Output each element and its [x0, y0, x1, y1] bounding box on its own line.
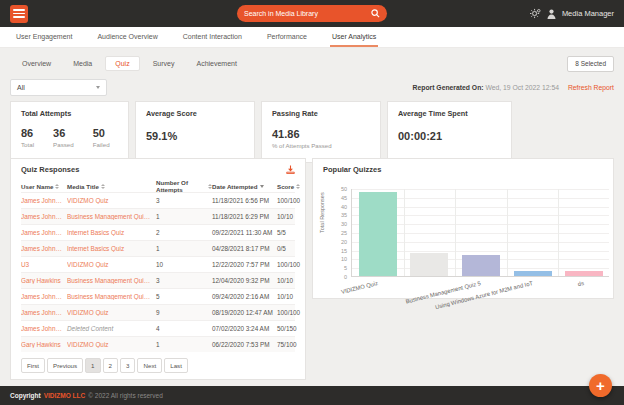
page-button-2[interactable]: 2	[103, 358, 118, 373]
hamburger-menu-button[interactable]	[10, 5, 28, 23]
media-title-link[interactable]: Business Management Quiz 5	[67, 293, 156, 300]
footer: Copyright VIDIZMO LLC © 2022 All rights …	[0, 386, 624, 405]
popular-quizzes-panel: Popular Quizzes Total Responses 05101520…	[312, 158, 614, 299]
y-tick-label: 40	[323, 204, 347, 210]
page-button-last[interactable]: Last	[164, 358, 188, 373]
user-name-link[interactable]: James Johnson	[21, 325, 67, 332]
bar-using-windows-azure-for-m2m-and-iot[interactable]	[514, 271, 552, 276]
user-name-link[interactable]: James Johnson	[21, 293, 67, 300]
total-attempts-card: Total Attempts 86Total36Passed50Failed	[10, 101, 129, 163]
sort-icon[interactable]	[101, 184, 105, 189]
download-icon[interactable]	[286, 165, 295, 174]
gridline	[455, 189, 456, 276]
bar-unlabeled[interactable]	[410, 253, 448, 276]
settings-icon[interactable]	[530, 8, 541, 19]
nav-tab-user-engagement[interactable]: User Engagement	[14, 27, 74, 47]
table-row: Gary HawkinsVIDIZMO Quiz106/22/2020 7:53…	[21, 336, 295, 352]
table-body: James JohnsonVIDIZMO Quiz311/18/2021 6:5…	[21, 192, 295, 352]
media-title-link[interactable]: Internet Basics Quiz	[67, 229, 156, 236]
score-cell: 10/10	[277, 293, 295, 300]
user-name-link[interactable]: Gary Hawkins	[21, 277, 67, 284]
average-score-card: Average Score 59.1%	[135, 101, 255, 163]
total-attempts-title: Total Attempts	[21, 109, 118, 118]
stat-failed: 50Failed	[93, 127, 110, 148]
user-name-link[interactable]: U3	[21, 261, 67, 268]
filter-dropdown[interactable]: All	[10, 79, 107, 96]
filter-row: All Report Generated On: Wed, 19 Oct 202…	[0, 79, 624, 96]
gridline	[404, 189, 405, 276]
attempts-cell: 3	[156, 277, 212, 284]
refresh-report-link[interactable]: Refresh Report	[568, 84, 614, 91]
search-icon[interactable]	[371, 9, 380, 18]
sort-icon[interactable]	[296, 184, 300, 189]
main-nav-tabs: User EngagementAudience OverviewContent …	[0, 27, 624, 48]
stat-label: Failed	[93, 141, 110, 148]
media-title-link[interactable]: VIDIZMO Quiz	[67, 197, 156, 204]
y-tick-label: 45	[323, 195, 347, 201]
score-cell: 100/100	[277, 197, 300, 204]
y-tick-label: 20	[323, 239, 347, 245]
footer-brand-link[interactable]: VIDIZMO LLC	[44, 392, 86, 399]
table-row: James JohnsonInternet Basics Quiz209/22/…	[21, 224, 295, 240]
media-title-link[interactable]: VIDIZMO Quiz	[67, 261, 156, 268]
total-attempts-stats: 86Total36Passed50Failed	[21, 127, 118, 148]
user-name-link[interactable]: James Johnson	[21, 229, 67, 236]
media-title-link[interactable]: VIDIZMO Quiz	[67, 341, 156, 348]
search-input[interactable]: Search in Media Library	[237, 5, 387, 22]
sub-tab-media[interactable]: Media	[73, 57, 92, 70]
chart-wrap: Total Responses 05101520253035404550VIDI…	[323, 177, 603, 287]
sort-desc-icon[interactable]	[260, 185, 264, 188]
date-attempted-cell: 12/04/2020 9:32 PM	[212, 277, 277, 284]
nav-tab-content-interaction[interactable]: Content Interaction	[181, 27, 244, 47]
page-button-3[interactable]: 3	[120, 358, 135, 373]
column-header-user-name[interactable]: User Name	[21, 183, 67, 190]
page-button-first[interactable]: First	[21, 358, 45, 373]
media-title-link[interactable]: Internet Basics Quiz	[67, 245, 156, 252]
nav-tab-performance[interactable]: Performance	[265, 27, 309, 47]
add-button[interactable]: +	[589, 374, 612, 397]
selected-count-button[interactable]: 8 Selected	[567, 56, 614, 72]
media-title-link[interactable]: VIDIZMO Quiz	[67, 309, 156, 316]
page-button-1[interactable]: 1	[85, 358, 100, 373]
average-time-title: Average Time Spent	[398, 109, 501, 118]
sort-icon[interactable]	[55, 184, 59, 189]
average-score-title: Average Score	[146, 109, 244, 118]
user-name-link[interactable]: James Johnson	[21, 245, 67, 252]
bar-vidizmo-quiz[interactable]	[359, 192, 397, 276]
sub-tab-overview[interactable]: Overview	[22, 57, 51, 70]
nav-tab-audience-overview[interactable]: Audience Overview	[95, 27, 159, 47]
media-title-link[interactable]: Business Management Quiz 5	[67, 277, 156, 284]
report-generated-info: Report Generated On: Wed, 19 Oct 2022 12…	[413, 84, 614, 91]
attempts-cell: 1	[156, 341, 212, 348]
media-title-link[interactable]: Business Management Quiz 3	[67, 213, 156, 220]
sub-tab-survey[interactable]: Survey	[153, 57, 175, 70]
user-name-link[interactable]: James Johnson	[21, 213, 67, 220]
column-header-media-title[interactable]: Media Title	[67, 183, 156, 190]
column-header-date-attempted[interactable]: Date Attempted	[212, 183, 277, 190]
user-name-link[interactable]: James Johnson	[21, 309, 67, 316]
column-label: Date Attempted	[212, 183, 258, 190]
user-menu-label[interactable]: Media Manager	[562, 9, 614, 18]
bar-business-management-quiz-5[interactable]	[462, 255, 500, 276]
column-header-score[interactable]: Score	[277, 183, 300, 190]
page-button-next[interactable]: Next	[137, 358, 162, 373]
page-button-previous[interactable]: Previous	[47, 358, 83, 373]
media-title-deleted: Deleted Content	[67, 325, 156, 332]
sub-tab-achievement[interactable]: Achievement	[196, 57, 236, 70]
column-header-number-of-attempts[interactable]: Number Of Attempts	[156, 179, 212, 193]
footer-rights-text: © 2022 All rights reserved	[88, 392, 163, 399]
user-name-link[interactable]: Gary Hawkins	[21, 341, 67, 348]
chevron-down-icon	[96, 86, 100, 89]
attempts-cell: 4	[156, 325, 212, 332]
passing-rate-sublabel: % of Attempts Passed	[272, 142, 370, 149]
score-cell: 100/100	[277, 261, 300, 268]
sub-tab-quiz[interactable]: Quiz	[105, 56, 139, 71]
bar-ds[interactable]	[565, 271, 603, 276]
user-avatar-icon[interactable]	[547, 9, 556, 19]
passing-rate-value: 41.86	[272, 128, 370, 140]
nav-tab-user-analytics[interactable]: User Analytics	[330, 27, 378, 47]
gridline	[507, 189, 508, 276]
attempts-cell: 3	[156, 197, 212, 204]
user-name-link[interactable]: James Johnson	[21, 197, 67, 204]
score-cell: 50/150	[277, 325, 297, 332]
